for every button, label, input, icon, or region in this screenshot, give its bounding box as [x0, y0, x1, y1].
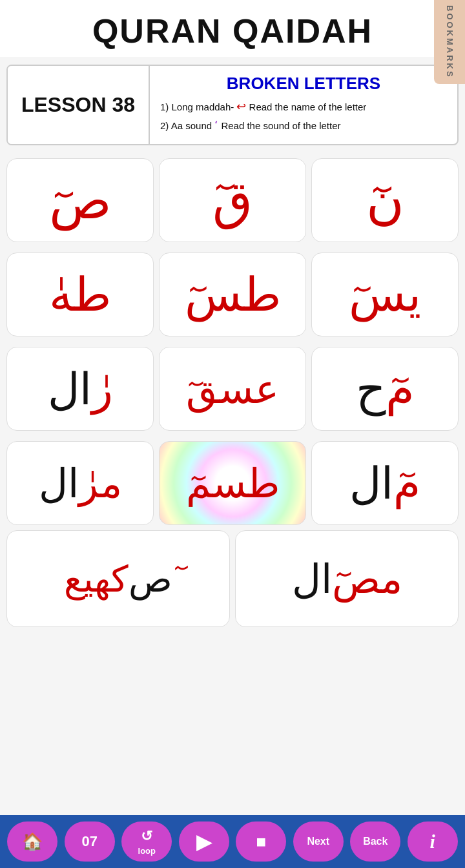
play-button[interactable]: ▶: [179, 822, 229, 862]
arabic-row-3: الرٰ عسقٓ حمٓ: [0, 342, 465, 436]
back-button[interactable]: Back: [350, 822, 400, 862]
section-title: BROKEN LETTERS: [160, 74, 447, 94]
header: QURAN QAIDAH BOOKMARKS: [0, 0, 465, 57]
maddah-arrow: ↩: [236, 100, 246, 113]
play-icon: ▶: [196, 831, 211, 853]
back-label: Back: [363, 836, 388, 847]
arabic-cell-tasm[interactable]: طسمٓ: [159, 441, 306, 525]
bottom-navigation: 🏠 07 ↺ loop ▶ ■ Next Back i: [0, 815, 465, 868]
rule-2: 2) Aa sound ʻ Read the sound of the lett…: [160, 118, 447, 134]
lesson-info-box: LESSON 38 BROKEN LETTERS 1) Long maddah-…: [6, 65, 459, 145]
arabic-row-1: صٓ قٓ نٓ: [0, 153, 465, 247]
arabic-cell-almsad[interactable]: المصٓ: [235, 530, 459, 627]
home-icon: 🏠: [22, 832, 43, 852]
arabic-cell-qaf[interactable]: قٓ: [159, 158, 306, 242]
next-label: Next: [307, 836, 329, 847]
next-button[interactable]: Next: [293, 822, 344, 862]
arabic-cell-taha[interactable]: طهٰ: [6, 253, 154, 336]
arabic-cell-sad[interactable]: صٓ: [6, 158, 154, 242]
arabic-cell-hm[interactable]: حمٓ: [311, 347, 459, 431]
lesson-details: BROKEN LETTERS 1) Long maddah- ↩ Read th…: [150, 66, 457, 144]
lesson-label: LESSON 38: [8, 66, 150, 144]
page-number-button[interactable]: 07: [65, 822, 115, 862]
home-button[interactable]: 🏠: [7, 822, 57, 862]
arabic-row-2: طهٰ طسٓ يسٓ: [0, 247, 465, 342]
arabic-cell-taseen[interactable]: طسٓ: [159, 253, 306, 336]
arabic-cell-aasq[interactable]: عسقٓ: [159, 347, 306, 431]
arabic-row-5: كهيعصٓ المصٓ: [0, 530, 465, 632]
bookmark-icon: BOOKMARKS: [445, 5, 455, 79]
lesson-number: LESSON 38: [21, 93, 135, 117]
arabic-cell-kahyaasad[interactable]: كهيعصٓ: [6, 530, 230, 627]
stop-icon: ■: [256, 832, 266, 852]
app-title: QURAN QAIDAH: [92, 12, 373, 50]
info-button[interactable]: i: [408, 822, 458, 862]
arabic-cell-almr[interactable]: المرٰ: [6, 441, 154, 525]
loop-button[interactable]: ↺ loop: [121, 822, 172, 862]
page-number: 07: [82, 833, 98, 850]
arabic-cell-nun[interactable]: نٓ: [311, 158, 459, 242]
aa-mark: ʻ: [214, 119, 218, 132]
arabic-cell-alm[interactable]: المٓ: [311, 441, 459, 525]
arabic-cell-yaseen[interactable]: يسٓ: [311, 253, 459, 336]
loop-icon: ↺: [141, 828, 152, 845]
info-icon: i: [430, 831, 435, 852]
stop-button[interactable]: ■: [236, 822, 286, 862]
loop-label: loop: [138, 846, 156, 856]
arabic-cell-alr[interactable]: الرٰ: [6, 347, 154, 431]
rule-1: 1) Long maddah- ↩ Read the name of the l…: [160, 99, 447, 115]
bookmark-tab[interactable]: BOOKMARKS: [434, 0, 465, 84]
arabic-row-4: المرٰ طسمٓ المٓ: [0, 436, 465, 530]
